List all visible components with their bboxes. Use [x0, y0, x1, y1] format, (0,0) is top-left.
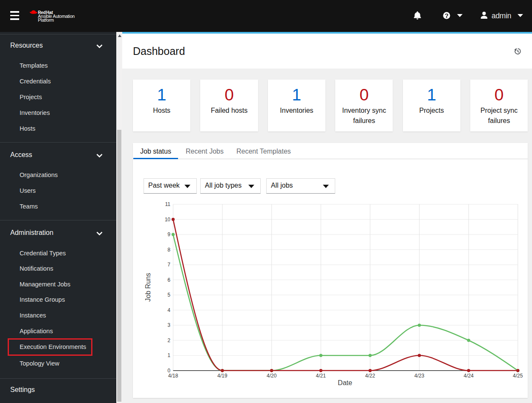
- svg-text:9: 9: [167, 232, 170, 237]
- svg-text:6: 6: [167, 277, 170, 283]
- svg-text:Date: Date: [338, 379, 352, 386]
- svg-text:4/23: 4/23: [414, 373, 425, 379]
- svg-text:4/22: 4/22: [365, 373, 375, 379]
- svg-text:4: 4: [167, 307, 170, 313]
- svg-text:4/21: 4/21: [316, 373, 326, 379]
- svg-text:3: 3: [167, 322, 170, 328]
- svg-text:4/24: 4/24: [464, 373, 474, 379]
- svg-text:4/19: 4/19: [217, 373, 227, 379]
- svg-text:4/18: 4/18: [168, 373, 178, 379]
- svg-text:5: 5: [167, 292, 170, 298]
- svg-text:2: 2: [167, 337, 170, 343]
- svg-text:10: 10: [165, 217, 171, 223]
- svg-text:Job Runs: Job Runs: [144, 273, 152, 302]
- svg-text:1: 1: [167, 352, 170, 358]
- svg-text:4/20: 4/20: [267, 373, 277, 379]
- svg-text:8: 8: [167, 247, 170, 253]
- svg-text:11: 11: [165, 201, 171, 207]
- svg-text:7: 7: [167, 262, 170, 268]
- svg-text:4/25: 4/25: [513, 373, 523, 379]
